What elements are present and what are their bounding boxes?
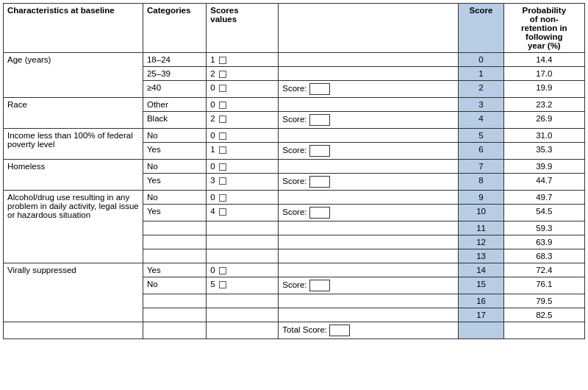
category-cell: Yes xyxy=(143,205,206,221)
category-cell xyxy=(143,249,206,263)
score-input-cell xyxy=(279,191,459,205)
checkbox[interactable] xyxy=(219,281,226,288)
category-cell: Other xyxy=(143,98,206,112)
score-value-cell xyxy=(207,308,279,322)
score-value-cell: 4 xyxy=(207,205,279,221)
score-input-cell xyxy=(279,160,459,174)
category-cell: Black xyxy=(143,112,206,129)
category-cell: Yes xyxy=(143,263,206,277)
checkbox[interactable] xyxy=(219,163,226,171)
score-number-cell: 13 xyxy=(459,249,503,263)
score-value-cell: 0 xyxy=(207,81,279,98)
total-score-label: Total Score: xyxy=(282,325,327,334)
score-number-cell: 16 xyxy=(459,294,503,308)
char-cell: Income less than 100% of federal poverty… xyxy=(4,129,143,160)
char-cell: Alcohol/drug use resulting in any proble… xyxy=(4,191,143,263)
probability-cell: 35.3 xyxy=(503,143,584,160)
probability-cell: 31.0 xyxy=(503,129,584,143)
total-score-val-cell xyxy=(207,322,279,339)
total-cat-cell xyxy=(143,322,206,339)
probability-cell: 19.9 xyxy=(503,81,584,98)
probability-cell: 76.1 xyxy=(503,277,584,294)
score-box[interactable] xyxy=(309,83,330,95)
checkbox[interactable] xyxy=(219,71,226,78)
score-value-cell: 0 xyxy=(207,129,279,143)
score-box[interactable] xyxy=(309,145,330,157)
score-input-cell: Score: xyxy=(279,81,459,98)
score-value-cell: 2 xyxy=(207,67,279,81)
score-input-cell: Score: xyxy=(279,277,459,294)
score-box[interactable] xyxy=(309,280,330,291)
score-box[interactable] xyxy=(309,176,330,188)
score-box[interactable] xyxy=(309,114,330,126)
table-wrapper: Characteristics at baseline Categories S… xyxy=(0,0,588,342)
score-input-cell xyxy=(279,235,459,249)
score-number-cell: 3 xyxy=(459,98,503,112)
total-score-num-cell xyxy=(459,322,503,339)
score-number-cell: 17 xyxy=(459,308,503,322)
char-cell: Homeless xyxy=(4,160,143,191)
score-value-cell xyxy=(207,221,279,235)
header-probability: Probability of non- retention in followi… xyxy=(503,4,584,53)
score-input-cell xyxy=(279,129,459,143)
score-number-cell: 9 xyxy=(459,191,503,205)
checkbox[interactable] xyxy=(219,267,226,274)
score-number-cell: 4 xyxy=(459,112,503,129)
score-input-cell xyxy=(279,98,459,112)
score-value-cell xyxy=(207,249,279,263)
checkbox[interactable] xyxy=(219,194,226,202)
table-row: Income less than 100% of federal poverty… xyxy=(4,129,585,143)
category-cell: Yes xyxy=(143,143,206,160)
score-number-cell: 5 xyxy=(459,129,503,143)
score-number-cell: 0 xyxy=(459,53,503,67)
category-cell: No xyxy=(143,191,206,205)
table-row: RaceOther0 323.2 xyxy=(4,98,585,112)
total-score-box-cell: Total Score: xyxy=(279,322,459,339)
checkbox[interactable] xyxy=(219,102,226,109)
probability-cell: 54.5 xyxy=(503,205,584,221)
category-cell: No xyxy=(143,129,206,143)
score-value-cell: 5 xyxy=(207,277,279,294)
total-score-row: Total Score: xyxy=(4,322,585,339)
score-number-cell: 8 xyxy=(459,174,503,191)
char-cell: Virally suppressed xyxy=(4,263,143,322)
score-value-cell: 2 xyxy=(207,112,279,129)
probability-cell: 63.9 xyxy=(503,235,584,249)
header-empty xyxy=(279,4,459,53)
score-number-cell: 12 xyxy=(459,235,503,249)
table-row: Alcohol/drug use resulting in any proble… xyxy=(4,191,585,205)
checkbox[interactable] xyxy=(219,132,226,140)
total-prob-cell xyxy=(503,322,584,339)
score-value-cell xyxy=(207,235,279,249)
score-input-cell xyxy=(279,53,459,67)
table-row: Virally suppressedYes0 1472.4 xyxy=(4,263,585,277)
table-row: HomelessNo0 739.9 xyxy=(4,160,585,174)
score-value-cell xyxy=(207,294,279,308)
checkbox[interactable] xyxy=(219,116,226,123)
score-value-cell: 0 xyxy=(207,191,279,205)
score-value-cell: 0 xyxy=(207,263,279,277)
category-cell xyxy=(143,308,206,322)
score-box[interactable] xyxy=(309,207,330,219)
score-input-cell: Score: xyxy=(279,205,459,221)
category-cell: No xyxy=(143,160,206,174)
score-number-cell: 10 xyxy=(459,205,503,221)
category-cell: 25–39 xyxy=(143,67,206,81)
checkbox[interactable] xyxy=(219,85,226,92)
header-characteristics: Characteristics at baseline xyxy=(4,4,143,53)
checkbox[interactable] xyxy=(219,146,226,154)
header-score: Score xyxy=(459,4,503,53)
header-categories: Categories xyxy=(143,4,206,53)
probability-cell: 68.3 xyxy=(503,249,584,263)
checkbox[interactable] xyxy=(219,208,226,216)
score-input-cell: Score: xyxy=(279,143,459,160)
main-table: Characteristics at baseline Categories S… xyxy=(3,3,585,339)
checkbox[interactable] xyxy=(219,57,226,64)
score-value-cell: 1 xyxy=(207,53,279,67)
checkbox[interactable] xyxy=(219,177,226,185)
probability-cell: 44.7 xyxy=(503,174,584,191)
probability-cell: 49.7 xyxy=(503,191,584,205)
probability-cell: 39.9 xyxy=(503,160,584,174)
score-number-cell: 1 xyxy=(459,67,503,81)
total-score-box[interactable] xyxy=(329,325,350,336)
